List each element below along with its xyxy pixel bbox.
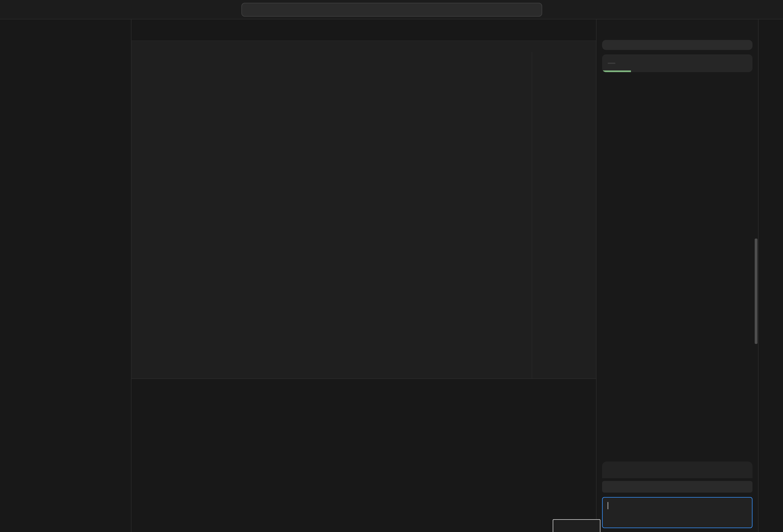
todo-progress-badge bbox=[608, 63, 616, 64]
cline-bottom-controls bbox=[597, 458, 758, 532]
auto-approve-row[interactable] bbox=[602, 462, 752, 478]
cline-header bbox=[597, 20, 758, 39]
editor-group bbox=[131, 20, 596, 532]
message-input[interactable] bbox=[602, 497, 752, 528]
command-center-search[interactable] bbox=[241, 3, 542, 16]
vscode-window bbox=[0, 0, 783, 532]
file-tree[interactable] bbox=[0, 39, 131, 532]
minimap[interactable] bbox=[532, 52, 592, 378]
code-editor[interactable] bbox=[131, 52, 596, 378]
expand-chat-button[interactable] bbox=[602, 481, 752, 493]
terminal-float-label bbox=[553, 519, 600, 532]
terminal-output[interactable] bbox=[136, 396, 566, 532]
activity-bar bbox=[758, 20, 783, 532]
editor-tabs bbox=[131, 20, 596, 41]
cline-panel bbox=[596, 20, 758, 532]
cline-task-card bbox=[602, 40, 752, 50]
titlebar bbox=[0, 0, 783, 20]
cline-scrollbar[interactable] bbox=[755, 238, 757, 344]
editor-gutter bbox=[131, 52, 167, 378]
explorer-header bbox=[0, 20, 131, 39]
panel-tabs bbox=[131, 379, 596, 396]
text-caret bbox=[608, 502, 608, 509]
code-content bbox=[167, 52, 532, 378]
panel-terminal bbox=[131, 378, 596, 532]
cline-todo-row[interactable] bbox=[602, 54, 752, 72]
explorer-sidebar bbox=[0, 20, 131, 532]
overview-ruler bbox=[592, 52, 596, 378]
breadcrumb[interactable] bbox=[131, 41, 596, 52]
